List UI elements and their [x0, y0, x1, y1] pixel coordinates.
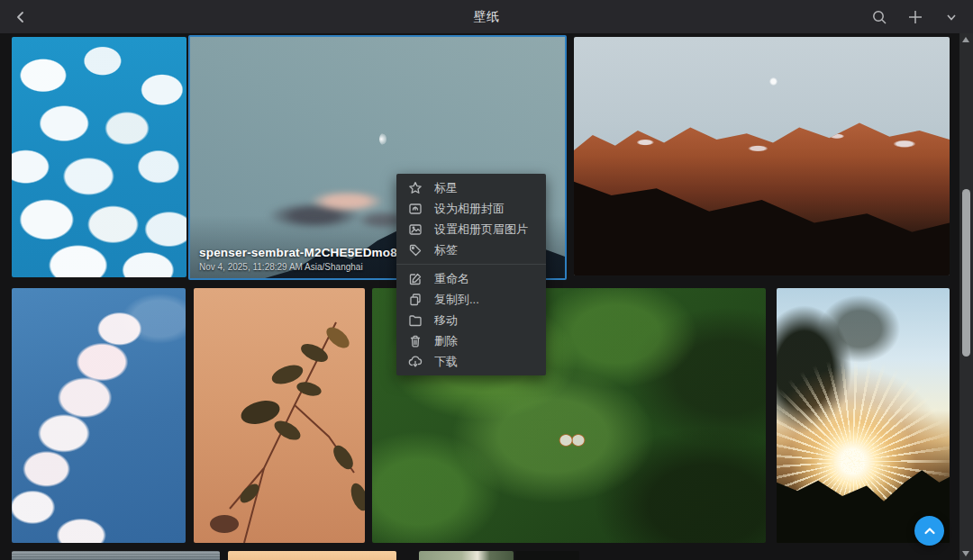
- menu-item-label: 设为相册封面: [434, 201, 505, 217]
- search-button[interactable]: [870, 8, 888, 26]
- album-cover-icon: [407, 201, 423, 216]
- photo-tile-eucalyptus[interactable]: [194, 288, 365, 543]
- chevron-up-icon: [923, 524, 937, 538]
- tag-icon: [407, 242, 423, 257]
- scrollbar-down-arrow-icon[interactable]: [962, 551, 969, 556]
- menu-item-set-header-image[interactable]: 设置相册页眉图片: [396, 219, 546, 239]
- scrollbar[interactable]: [959, 33, 973, 560]
- photo-tile-blossoms[interactable]: [12, 37, 186, 277]
- chevron-down-icon: [945, 11, 958, 23]
- photo-label: spenser-sembrat-M2CHE5EDmo8- Nov 4, 2025…: [199, 246, 402, 272]
- add-icon: [907, 9, 923, 25]
- menu-item-set-album-cover[interactable]: 设为相册封面: [396, 198, 546, 219]
- menu-item-star[interactable]: 标星: [396, 177, 546, 198]
- photo-tile-partial-water[interactable]: [12, 551, 220, 560]
- menu-item-copy-to[interactable]: 复制到...: [396, 289, 546, 310]
- context-menu: 标星 设为相册封面 设置相册页眉图片 标签 重命名: [396, 174, 546, 375]
- page-title: 壁纸: [0, 9, 973, 25]
- menu-item-label: 下载: [434, 354, 458, 370]
- move-icon: [407, 312, 423, 328]
- header-image-icon: [407, 221, 423, 237]
- top-bar: 壁纸: [0, 0, 973, 33]
- copy-icon: [407, 292, 423, 307]
- context-menu-section-file: 重命名 复制到... 移动 删除 下载: [396, 268, 546, 372]
- more-menu-button[interactable]: [942, 8, 960, 26]
- context-menu-section-album: 标星 设为相册封面 设置相册页眉图片 标签: [396, 177, 546, 260]
- menu-item-delete[interactable]: 删除: [396, 330, 546, 351]
- menu-item-label: 标星: [434, 180, 458, 196]
- menu-item-rename[interactable]: 重命名: [396, 268, 546, 289]
- photo-tile-partial-peach[interactable]: [228, 551, 396, 560]
- scroll-to-top-button[interactable]: [914, 516, 944, 546]
- download-icon: [407, 354, 423, 369]
- add-button[interactable]: [906, 8, 924, 26]
- rename-icon: [407, 271, 423, 286]
- topbar-actions: [870, 0, 960, 33]
- branch-silhouette: [194, 288, 365, 543]
- menu-separator: [396, 264, 546, 265]
- menu-item-move[interactable]: 移动: [396, 310, 546, 330]
- photo-tile-sunburst-trees[interactable]: [777, 288, 950, 543]
- scrollbar-up-arrow-icon[interactable]: [962, 37, 969, 42]
- photo-tile-partial-dark[interactable]: [515, 551, 579, 560]
- menu-item-label: 移动: [434, 312, 458, 329]
- photo-tile-partial-green[interactable]: [419, 551, 514, 560]
- photo-filename: spenser-sembrat-M2CHE5EDmo8-: [199, 246, 402, 259]
- photo-tile-flower-cluster[interactable]: [12, 288, 186, 543]
- menu-item-tags[interactable]: 标签: [396, 239, 546, 260]
- menu-item-label: 删除: [434, 333, 458, 349]
- star-icon: [407, 180, 423, 195]
- photo-tile-sunset-mountains[interactable]: [574, 37, 950, 275]
- scrollbar-thumb[interactable]: [962, 189, 970, 357]
- butterfly: [555, 429, 589, 452]
- search-icon: [871, 9, 887, 25]
- menu-item-download[interactable]: 下载: [396, 351, 546, 372]
- moon-crescent: [379, 133, 386, 145]
- menu-item-label: 重命名: [434, 271, 469, 287]
- moon-dot: [769, 77, 777, 86]
- photo-datetime: Nov 4, 2025, 11:28:29 AM Asia/Shanghai: [199, 262, 402, 272]
- menu-item-label: 标签: [434, 242, 458, 258]
- menu-item-label: 复制到...: [434, 292, 479, 308]
- menu-item-label: 设置相册页眉图片: [434, 221, 528, 238]
- delete-icon: [407, 333, 423, 348]
